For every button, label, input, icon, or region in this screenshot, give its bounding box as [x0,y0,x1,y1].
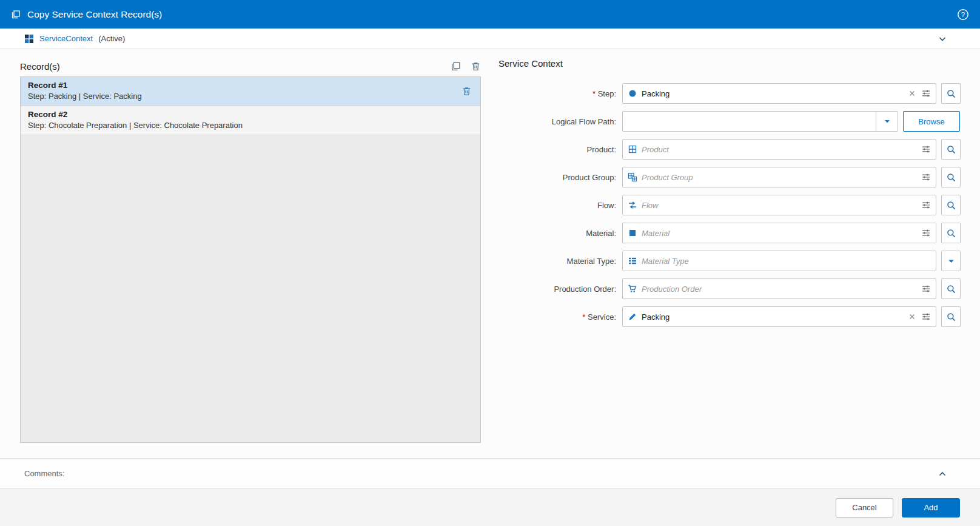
filter-icon[interactable] [921,172,931,182]
search-icon [946,228,956,238]
field-placeholder: Product Group [642,173,917,182]
logical-flow-path-dropdown-button[interactable] [876,112,898,131]
cancel-button[interactable]: Cancel [836,498,893,518]
record-list-item[interactable]: Record #2Step: Chocolate Preparation | S… [21,106,480,135]
form-title: Service Context [498,58,961,69]
field-label: Flow: [498,201,622,210]
context-bar: ServiceContext (Active) [0,29,980,49]
form-row-step: * Step:Packing [498,83,961,104]
records-panel: Record(s) Record #1Step: Packing | Servi… [20,58,481,443]
clear-icon[interactable] [907,312,917,322]
chevron-up-icon[interactable] [938,469,947,479]
svg-text:?: ? [961,11,965,18]
field-label: Material: [498,229,622,238]
product-grid-icon [628,144,637,154]
add-button[interactable]: Add [902,498,960,518]
records-panel-title: Record(s) [20,61,60,72]
step-input[interactable]: Packing [622,83,936,104]
field-placeholder: Flow [642,201,917,210]
form-row-product-group: Product Group:Product Group [498,167,961,187]
window-title: Copy Service Context Record(s) [27,9,162,20]
form-row-material: Material:Material [498,223,961,243]
record-subtitle: Step: Packing | Service: Packing [28,92,473,101]
filter-icon[interactable] [921,312,931,322]
field-label: * Step: [498,89,622,98]
product-group-input[interactable]: Product Group [622,167,936,187]
comments-bar: Comments: [0,458,980,488]
field-value: Packing [642,89,903,98]
service-context-tiles-icon [24,34,34,44]
field-placeholder: Material [642,229,917,238]
form-row-service: * Service:Packing [498,306,961,327]
comments-label: Comments: [24,469,64,478]
material-input[interactable]: Material [622,223,936,243]
flow-search-button[interactable] [941,195,961,215]
browse-button[interactable]: Browse [903,111,960,132]
record-subtitle: Step: Chocolate Preparation | Service: C… [28,121,473,130]
step-search-button[interactable] [941,83,961,104]
filter-icon[interactable] [921,89,931,98]
context-status: (Active) [98,34,125,43]
titlebar: Copy Service Context Record(s) ? [0,0,980,29]
search-icon [946,200,956,211]
production-order-search-button[interactable] [941,278,961,299]
record-list: Record #1Step: Packing | Service: Packin… [20,76,481,443]
help-icon[interactable]: ? [957,8,969,21]
clear-icon[interactable] [907,89,917,98]
service-input[interactable]: Packing [622,306,936,327]
delete-record-icon[interactable] [471,61,481,72]
logical-flow-path-input[interactable] [622,111,898,132]
service-search-button[interactable] [941,306,961,327]
service-context-form: Service Context * Step:PackingLogical Fl… [498,58,961,334]
material-type-dropdown-button[interactable] [941,251,961,271]
copy-icon [11,10,21,19]
search-icon [946,144,956,155]
field-label: Product Group: [498,173,622,182]
field-placeholder: Production Order [642,285,917,294]
form-row-material-type: Material Type:Material Type [498,251,961,271]
filter-icon[interactable] [921,228,931,238]
filter-icon[interactable] [921,144,931,154]
form-row-product: Product:Product [498,139,961,160]
field-placeholder: Material Type [642,257,931,266]
search-icon [946,284,956,294]
search-icon [946,89,956,99]
material-search-button[interactable] [941,223,961,243]
material-square-icon [628,228,637,238]
form-row-flow: Flow:Flow [498,195,961,215]
footer-bar: Cancel Add [0,488,980,526]
search-icon [946,172,956,183]
filter-icon[interactable] [921,284,931,294]
form-row-logical-flow-path: Logical Flow Path:Browse [498,111,961,132]
record-title: Record #2 [28,110,473,119]
record-title: Record #1 [28,81,473,90]
field-label: Product: [498,145,622,154]
product-group-grid-icon [628,172,637,182]
filter-icon[interactable] [921,200,931,210]
chevron-down-icon [882,116,892,126]
circle-icon [628,89,637,98]
pencil-icon [628,312,637,322]
context-link[interactable]: ServiceContext [39,34,93,43]
chevron-down-icon[interactable] [938,34,947,44]
form-row-production-order: Production Order:Production Order [498,278,961,299]
cart-icon [628,284,637,294]
product-search-button[interactable] [941,139,961,160]
field-value: Packing [642,312,903,322]
search-icon [946,312,956,322]
field-label: * Service: [498,312,622,322]
record-list-item[interactable]: Record #1Step: Packing | Service: Packin… [21,77,480,106]
required-asterisk: * [592,89,598,98]
delete-record-icon[interactable] [461,86,472,96]
material-type-input[interactable]: Material Type [622,251,936,271]
flow-input[interactable]: Flow [622,195,936,215]
main-content: Record(s) Record #1Step: Packing | Servi… [0,49,980,458]
flow-arrows-icon [628,200,637,210]
production-order-input[interactable]: Production Order [622,278,936,299]
material-type-list-icon [628,256,637,266]
product-input[interactable]: Product [622,139,936,160]
field-label: Production Order: [498,285,622,294]
product-group-search-button[interactable] [941,167,961,187]
field-label: Material Type: [498,257,622,266]
copy-record-icon[interactable] [451,61,461,72]
